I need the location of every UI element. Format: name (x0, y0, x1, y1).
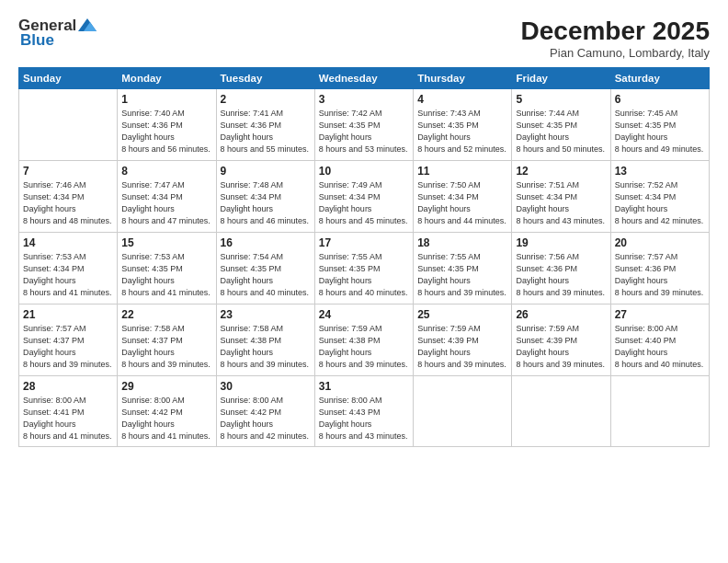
day-number: 10 (319, 165, 409, 178)
calendar-day-cell: 1Sunrise: 7:40 AMSunset: 4:36 PMDaylight… (118, 89, 216, 161)
logo-blue: Blue (20, 31, 54, 50)
day-info: Sunrise: 7:57 AMSunset: 4:36 PMDaylight … (615, 251, 705, 299)
day-number: 5 (516, 93, 606, 106)
day-info: Sunrise: 7:59 AMSunset: 4:39 PMDaylight … (516, 323, 606, 371)
day-info: Sunrise: 7:54 AMSunset: 4:35 PMDaylight … (221, 251, 311, 299)
day-number: 16 (221, 236, 311, 249)
day-number: 18 (417, 236, 507, 249)
day-number: 13 (615, 165, 705, 178)
calendar-page: General Blue December 2025 Pian Camuno, … (0, 0, 728, 563)
calendar-day-cell: 17Sunrise: 7:55 AMSunset: 4:35 PMDayligh… (314, 233, 413, 304)
day-info: Sunrise: 7:57 AMSunset: 4:37 PMDaylight … (23, 323, 113, 371)
day-info: Sunrise: 8:00 AMSunset: 4:42 PMDaylight … (221, 395, 311, 442)
calendar-day-cell: 23Sunrise: 7:58 AMSunset: 4:38 PMDayligh… (216, 304, 314, 376)
calendar-day-cell: 22Sunrise: 7:58 AMSunset: 4:37 PMDayligh… (118, 304, 216, 376)
calendar-day-cell: 28Sunrise: 8:00 AMSunset: 4:41 PMDayligh… (19, 376, 118, 447)
calendar-body: 1Sunrise: 7:40 AMSunset: 4:36 PMDaylight… (19, 89, 710, 447)
weekday-header-cell: Sunday (19, 68, 118, 89)
calendar-day-cell: 15Sunrise: 7:53 AMSunset: 4:35 PMDayligh… (118, 233, 216, 304)
day-number: 20 (615, 236, 705, 249)
day-info: Sunrise: 7:48 AMSunset: 4:34 PMDaylight … (221, 179, 311, 227)
calendar-day-cell (512, 376, 610, 447)
calendar-day-cell: 6Sunrise: 7:45 AMSunset: 4:35 PMDaylight… (610, 89, 709, 161)
day-info: Sunrise: 7:50 AMSunset: 4:34 PMDaylight … (417, 179, 507, 227)
day-number: 3 (319, 93, 409, 106)
weekday-header-cell: Monday (118, 68, 216, 89)
day-number: 9 (221, 165, 311, 178)
day-info: Sunrise: 7:52 AMSunset: 4:34 PMDaylight … (615, 179, 705, 227)
title-area: December 2025 Pian Camuno, Lombardy, Ita… (521, 17, 710, 60)
calendar-day-cell: 11Sunrise: 7:50 AMSunset: 4:34 PMDayligh… (414, 161, 512, 233)
calendar-day-cell: 30Sunrise: 8:00 AMSunset: 4:42 PMDayligh… (216, 376, 314, 447)
calendar-day-cell (610, 376, 709, 447)
day-number: 21 (23, 308, 113, 321)
calendar-week-row: 14Sunrise: 7:53 AMSunset: 4:34 PMDayligh… (19, 233, 710, 304)
calendar-week-row: 7Sunrise: 7:46 AMSunset: 4:34 PMDaylight… (19, 161, 710, 233)
calendar-day-cell (19, 89, 118, 161)
day-info: Sunrise: 7:46 AMSunset: 4:34 PMDaylight … (23, 179, 113, 227)
day-info: Sunrise: 8:00 AMSunset: 4:41 PMDaylight … (23, 395, 113, 442)
month-title: December 2025 (521, 17, 710, 46)
calendar-day-cell: 26Sunrise: 7:59 AMSunset: 4:39 PMDayligh… (512, 304, 610, 376)
calendar-day-cell: 29Sunrise: 8:00 AMSunset: 4:42 PMDayligh… (118, 376, 216, 447)
day-info: Sunrise: 8:00 AMSunset: 4:43 PMDaylight … (319, 395, 409, 442)
calendar-day-cell: 19Sunrise: 7:56 AMSunset: 4:36 PMDayligh… (512, 233, 610, 304)
page-header: General Blue December 2025 Pian Camuno, … (18, 17, 710, 60)
day-info: Sunrise: 8:00 AMSunset: 4:42 PMDaylight … (121, 395, 211, 442)
calendar-day-cell: 20Sunrise: 7:57 AMSunset: 4:36 PMDayligh… (610, 233, 709, 304)
calendar-day-cell: 14Sunrise: 7:53 AMSunset: 4:34 PMDayligh… (19, 233, 118, 304)
day-number: 23 (221, 308, 311, 321)
calendar-day-cell: 21Sunrise: 7:57 AMSunset: 4:37 PMDayligh… (19, 304, 118, 376)
day-number: 1 (121, 93, 211, 106)
calendar-day-cell: 4Sunrise: 7:43 AMSunset: 4:35 PMDaylight… (414, 89, 512, 161)
day-number: 26 (516, 308, 606, 321)
day-number: 4 (417, 93, 507, 106)
day-number: 15 (121, 236, 211, 249)
day-info: Sunrise: 7:56 AMSunset: 4:36 PMDaylight … (516, 251, 606, 299)
calendar-day-cell: 27Sunrise: 8:00 AMSunset: 4:40 PMDayligh… (610, 304, 709, 376)
calendar-day-cell: 9Sunrise: 7:48 AMSunset: 4:34 PMDaylight… (216, 161, 314, 233)
calendar-day-cell: 31Sunrise: 8:00 AMSunset: 4:43 PMDayligh… (314, 376, 413, 447)
day-info: Sunrise: 7:49 AMSunset: 4:34 PMDaylight … (319, 179, 409, 227)
calendar-day-cell: 8Sunrise: 7:47 AMSunset: 4:34 PMDaylight… (118, 161, 216, 233)
calendar-day-cell (414, 376, 512, 447)
weekday-header-cell: Friday (512, 68, 610, 89)
day-number: 25 (417, 308, 507, 321)
calendar-week-row: 21Sunrise: 7:57 AMSunset: 4:37 PMDayligh… (19, 304, 710, 376)
day-info: Sunrise: 7:58 AMSunset: 4:38 PMDaylight … (221, 323, 311, 371)
day-info: Sunrise: 7:51 AMSunset: 4:34 PMDaylight … (516, 179, 606, 227)
calendar-week-row: 28Sunrise: 8:00 AMSunset: 4:41 PMDayligh… (19, 376, 710, 447)
calendar-table: SundayMondayTuesdayWednesdayThursdayFrid… (18, 67, 710, 447)
day-number: 7 (23, 165, 113, 178)
calendar-day-cell: 5Sunrise: 7:44 AMSunset: 4:35 PMDaylight… (512, 89, 610, 161)
calendar-day-cell: 16Sunrise: 7:54 AMSunset: 4:35 PMDayligh… (216, 233, 314, 304)
calendar-day-cell: 7Sunrise: 7:46 AMSunset: 4:34 PMDaylight… (19, 161, 118, 233)
day-number: 12 (516, 165, 606, 178)
day-info: Sunrise: 7:53 AMSunset: 4:35 PMDaylight … (121, 251, 211, 299)
day-number: 17 (319, 236, 409, 249)
day-info: Sunrise: 7:41 AMSunset: 4:36 PMDaylight … (221, 108, 311, 155)
day-number: 24 (319, 308, 409, 321)
day-info: Sunrise: 7:44 AMSunset: 4:35 PMDaylight … (516, 108, 606, 155)
day-info: Sunrise: 7:55 AMSunset: 4:35 PMDaylight … (319, 251, 409, 299)
day-info: Sunrise: 7:58 AMSunset: 4:37 PMDaylight … (121, 323, 211, 371)
day-number: 8 (121, 165, 211, 178)
calendar-week-row: 1Sunrise: 7:40 AMSunset: 4:36 PMDaylight… (19, 89, 710, 161)
calendar-day-cell: 13Sunrise: 7:52 AMSunset: 4:34 PMDayligh… (610, 161, 709, 233)
day-info: Sunrise: 7:47 AMSunset: 4:34 PMDaylight … (121, 179, 211, 227)
day-info: Sunrise: 7:53 AMSunset: 4:34 PMDaylight … (23, 251, 113, 299)
day-number: 22 (121, 308, 211, 321)
day-number: 27 (615, 308, 705, 321)
day-number: 31 (319, 380, 409, 393)
weekday-header-cell: Thursday (414, 68, 512, 89)
weekday-header-row: SundayMondayTuesdayWednesdayThursdayFrid… (19, 68, 710, 89)
day-number: 30 (221, 380, 311, 393)
day-number: 11 (417, 165, 507, 178)
calendar-day-cell: 3Sunrise: 7:42 AMSunset: 4:35 PMDaylight… (314, 89, 413, 161)
day-info: Sunrise: 8:00 AMSunset: 4:40 PMDaylight … (615, 323, 705, 371)
logo: General Blue (18, 17, 97, 50)
day-number: 6 (615, 93, 705, 106)
calendar-day-cell: 24Sunrise: 7:59 AMSunset: 4:38 PMDayligh… (314, 304, 413, 376)
day-info: Sunrise: 7:40 AMSunset: 4:36 PMDaylight … (121, 108, 211, 155)
calendar-day-cell: 18Sunrise: 7:55 AMSunset: 4:35 PMDayligh… (414, 233, 512, 304)
